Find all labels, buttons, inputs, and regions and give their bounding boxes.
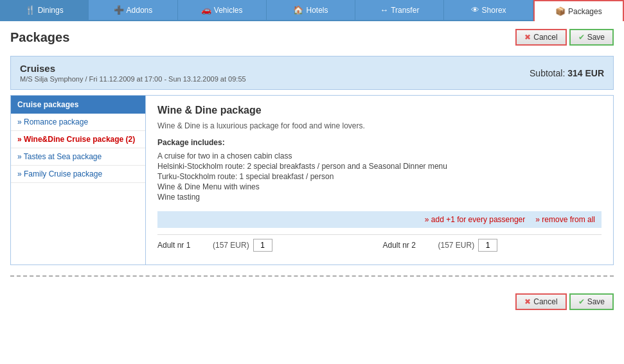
hotels-icon: 🏠	[293, 5, 303, 15]
top-navigation: 🍴 Dinings ➕ Addons 🚗 Vehicles 🏠 Hotels ↔…	[0, 0, 624, 21]
remove-all-link[interactable]: remove from all	[535, 215, 595, 224]
passenger-1-label: Adult nr 1	[157, 241, 209, 250]
passenger-2-label: Adult nr 2	[383, 241, 434, 250]
package-name: Wine & Dine package	[157, 105, 602, 116]
transfer-icon: ↔	[380, 5, 388, 15]
cancel-icon: ✖	[524, 33, 531, 42]
addons-icon: ➕	[114, 5, 124, 15]
passenger-2-price: (157 EUR)	[438, 241, 475, 250]
sidebar-item-romance[interactable]: Romance package	[11, 114, 145, 131]
package-description: Wine & Dine is a luxurious package for f…	[157, 121, 602, 130]
passenger-1-price: (157 EUR)	[213, 241, 249, 250]
page-header: Packages ✖ Cancel ✔ Save	[0, 21, 624, 51]
tab-dinings[interactable]: 🍴 Dinings	[0, 0, 89, 20]
page-footer: ✖ Cancel ✔ Save	[0, 287, 624, 316]
passenger-group-2: Adult nr 2 (157 EUR)	[383, 239, 602, 252]
passenger-2-qty[interactable]	[478, 239, 497, 252]
cruises-title: Cruises	[20, 63, 246, 74]
header-save-button[interactable]: ✔ Save	[569, 29, 614, 46]
list-item: Wine & Dine Menu with wines	[157, 182, 602, 192]
cruises-header: Cruises M/S Silja Symphony / Fri 11.12.2…	[11, 56, 613, 89]
dinings-icon: 🍴	[25, 5, 35, 15]
sidebar-item-familycruise[interactable]: Family Cruise package	[11, 166, 145, 183]
sidebar-item-winedine[interactable]: Wine&Dine Cruise package (2)	[11, 131, 145, 148]
passenger-1-qty[interactable]	[253, 239, 272, 252]
save-icon: ✔	[578, 33, 585, 42]
package-includes-list: A cruise for two in a chosen cabin class…	[157, 151, 602, 202]
footer-cancel-icon: ✖	[524, 297, 531, 306]
vehicles-icon: 🚗	[201, 5, 211, 15]
list-item: Turku-Stockholm route: 1 special breakfa…	[157, 171, 602, 182]
tab-packages[interactable]: 📦 Packages	[533, 0, 624, 21]
cruises-section: Cruises M/S Silja Symphony / Fri 11.12.2…	[10, 56, 614, 90]
tab-vehicles[interactable]: 🚗 Vehicles	[178, 0, 267, 20]
package-detail: Wine & Dine package Wine & Dine is a lux…	[146, 96, 613, 264]
tab-hotels[interactable]: 🏠 Hotels	[267, 0, 355, 20]
list-item: Wine tasting	[157, 192, 602, 202]
tab-shorex[interactable]: 👁 Shorex	[444, 0, 533, 20]
sidebar-item-tastessea[interactable]: Tastes at Sea package	[11, 148, 145, 166]
sidebar-header: Cruise packages	[11, 96, 145, 114]
cruises-subtotal: Subtotal: 314 EUR	[530, 68, 604, 78]
dashed-separator	[10, 275, 614, 277]
page-title: Packages	[10, 30, 69, 45]
list-item: Helsinki-Stockholm route: 2 special brea…	[157, 161, 602, 171]
package-includes-title: Package includes:	[157, 138, 602, 147]
action-bar: add +1 for every passenger remove from a…	[157, 211, 602, 228]
footer-cancel-button[interactable]: ✖ Cancel	[515, 293, 566, 310]
passenger-group-1: Adult nr 1 (157 EUR)	[157, 239, 377, 252]
shorex-icon: 👁	[471, 5, 479, 15]
packages-icon: 📦	[555, 6, 566, 16]
add-passenger-link[interactable]: add +1 for every passenger	[425, 215, 525, 224]
footer-save-button[interactable]: ✔ Save	[569, 293, 614, 310]
tab-transfer[interactable]: ↔ Transfer	[355, 0, 444, 20]
header-cancel-button[interactable]: ✖ Cancel	[515, 29, 566, 46]
footer-save-icon: ✔	[578, 297, 585, 306]
tab-addons[interactable]: ➕ Addons	[89, 0, 177, 20]
sidebar: Cruise packages Romance package Wine&Din…	[11, 96, 146, 264]
main-content: Cruise packages Romance package Wine&Din…	[10, 95, 614, 265]
header-actions: ✖ Cancel ✔ Save	[515, 29, 614, 46]
cruises-subtitle: M/S Silja Symphony / Fri 11.12.2009 at 1…	[20, 75, 246, 83]
list-item: A cruise for two in a chosen cabin class	[157, 151, 602, 161]
cruises-info: Cruises M/S Silja Symphony / Fri 11.12.2…	[20, 63, 246, 83]
passengers-row: Adult nr 1 (157 EUR) Adult nr 2 (157 EUR…	[157, 234, 602, 256]
